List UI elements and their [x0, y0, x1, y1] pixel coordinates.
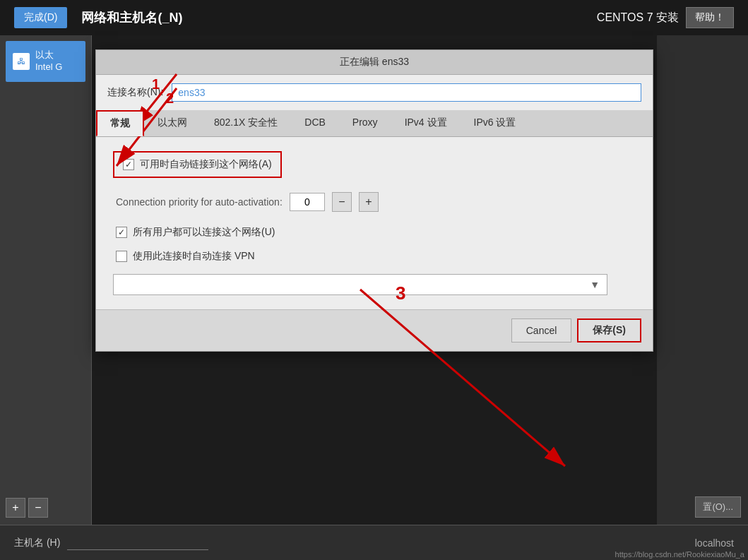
vpn-connect-checkbox[interactable]	[116, 251, 127, 262]
network-text: 以太 Intel G	[35, 49, 62, 73]
network-item[interactable]: 🖧 以太 Intel G	[6, 41, 85, 82]
remove-network-button[interactable]: −	[28, 498, 48, 518]
tab-general[interactable]: 常规	[96, 110, 144, 136]
tab-ethernet[interactable]: 以太网	[144, 110, 201, 136]
top-bar-left: 完成(D) 网络和主机名(_N)	[14, 7, 182, 28]
hostname-input[interactable]	[67, 535, 208, 550]
priority-input[interactable]	[290, 193, 325, 211]
priority-label: Connection priority for auto-activation:	[116, 196, 283, 208]
complete-button[interactable]: 完成(D)	[14, 7, 67, 28]
vpn-connect-row: 使用此连接时自动连接 VPN	[113, 250, 636, 263]
tabs: 常规 以太网 802.1X 安全性 DCB Proxy IPv4 设置 IPv6…	[96, 110, 653, 137]
bottom-controls: + −	[6, 498, 48, 518]
connection-name-input[interactable]	[172, 83, 641, 102]
all-users-checkbox[interactable]	[116, 227, 127, 238]
annotation-2: 2	[166, 90, 174, 107]
watermark: https://blog.csdn.net/RookiexiaoMu_a	[615, 550, 744, 559]
auto-connect-checkbox[interactable]	[123, 159, 134, 170]
dialog-title: 正在编辑 ens33	[340, 56, 409, 68]
centos-title: CENTOS 7 安装	[597, 11, 679, 25]
page-title: 网络和主机名(_N)	[81, 9, 182, 26]
network-icon: 🖧	[13, 53, 30, 70]
vpn-dropdown[interactable]: ▼	[113, 274, 607, 295]
edit-connection-dialog: 正在编辑 ens33 连接名称(N): 常规 以太网 802.1X 安全性 DC…	[95, 49, 653, 352]
dropdown-arrow-icon: ▼	[590, 279, 600, 290]
auto-connect-row: 可用时自动链接到这个网络(A)	[113, 151, 282, 178]
auto-connect-label: 可用时自动链接到这个网络(A)	[140, 158, 272, 171]
left-panel: 🖧 以太 Intel G + −	[0, 35, 92, 560]
decrement-button[interactable]: −	[332, 192, 352, 212]
dialog-content: 可用时自动链接到这个网络(A) Connection priority for …	[96, 137, 653, 309]
settings-button[interactable]: 置(O)...	[695, 496, 741, 518]
add-network-button[interactable]: +	[6, 498, 25, 518]
tab-ipv4[interactable]: IPv4 设置	[391, 110, 461, 136]
top-bar-right: CENTOS 7 安装 帮助！	[597, 7, 734, 28]
all-users-row: 所有用户都可以连接这个网络(U)	[113, 226, 636, 239]
dialog-footer: Cancel 保存(S)	[96, 309, 653, 351]
vpn-dropdown-row: ▼	[113, 274, 636, 295]
annotation-1: 1	[152, 76, 160, 93]
top-bar: 完成(D) 网络和主机名(_N) CENTOS 7 安装 帮助！	[0, 0, 748, 35]
tab-dcb[interactable]: DCB	[291, 110, 339, 136]
all-users-label: 所有用户都可以连接这个网络(U)	[133, 226, 275, 239]
annotation-3: 3	[396, 282, 405, 304]
tab-ipv6[interactable]: IPv6 设置	[461, 110, 530, 136]
tab-802-1x[interactable]: 802.1X 安全性	[201, 110, 291, 136]
hostname-value: localhost	[695, 537, 734, 549]
priority-row: Connection priority for auto-activation:…	[113, 192, 636, 212]
vpn-connect-label: 使用此连接时自动连接 VPN	[133, 250, 255, 263]
dialog-overlay: 正在编辑 ens33 连接名称(N): 常规 以太网 802.1X 安全性 DC…	[92, 35, 657, 525]
connection-name-row: 连接名称(N):	[96, 75, 653, 110]
help-button[interactable]: 帮助！	[686, 7, 734, 28]
dialog-title-bar: 正在编辑 ens33	[96, 50, 653, 75]
cancel-button[interactable]: Cancel	[511, 318, 572, 342]
tab-proxy[interactable]: Proxy	[339, 110, 391, 136]
increment-button[interactable]: +	[359, 192, 379, 212]
save-button[interactable]: 保存(S)	[577, 318, 641, 342]
hostname-label: 主机名 (H)	[14, 537, 60, 549]
